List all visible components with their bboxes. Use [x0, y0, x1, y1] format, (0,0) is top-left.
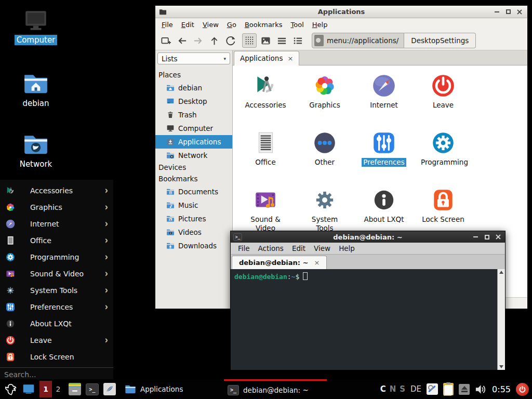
menu-item-label: Sound & Video: [30, 270, 84, 278]
path-segment-desktopsettings[interactable]: DesktopSettings: [404, 33, 476, 48]
terminal-tab[interactable]: debian@debian: ~ ×: [232, 256, 327, 269]
maximize-button[interactable]: [504, 8, 512, 16]
close-button[interactable]: [515, 8, 524, 16]
text-editor-launcher-icon[interactable]: [103, 383, 116, 395]
file-manager-launcher-icon[interactable]: [69, 383, 81, 395]
tab-applications[interactable]: Applications ×: [234, 51, 299, 65]
menu-item-internet[interactable]: Internet ›: [0, 216, 113, 232]
sidebar-item-pictures[interactable]: Pictures: [155, 212, 232, 225]
menu-help[interactable]: Help: [308, 19, 332, 30]
menu-file[interactable]: File: [234, 243, 254, 254]
menu-item-leave[interactable]: Leave ›: [0, 332, 113, 349]
detailed-view-button[interactable]: [290, 33, 305, 48]
desktop-icon-debian[interactable]: debian: [11, 71, 61, 109]
menu-go[interactable]: Go: [223, 19, 241, 30]
keyboard-indicator[interactable]: C N S: [380, 384, 405, 394]
compact-view-button[interactable]: [274, 33, 289, 48]
icon-view-button[interactable]: [242, 33, 257, 48]
scroll-down-icon[interactable]: [499, 365, 503, 368]
pager-desktop-1[interactable]: 1: [39, 381, 52, 397]
clock[interactable]: 0:55: [492, 384, 511, 394]
menu-item-preferences[interactable]: Preferences ›: [0, 299, 113, 315]
sidebar-item-desktop[interactable]: Desktop: [155, 95, 232, 108]
sidebar-item-documents[interactable]: Documents: [155, 185, 232, 198]
menu-actions[interactable]: Actions: [254, 243, 288, 254]
sidebar-item-downloads[interactable]: Downloads: [155, 239, 232, 252]
app-item-other[interactable]: Other: [295, 127, 354, 184]
close-button[interactable]: [494, 233, 502, 241]
path-segment-current[interactable]: menu://applications/: [312, 33, 404, 48]
app-item-preferences[interactable]: Preferences: [354, 127, 414, 184]
app-item-accessories[interactable]: Accessories: [236, 70, 295, 127]
sidebar-item-videos[interactable]: Videos: [155, 225, 232, 239]
menu-view[interactable]: View: [310, 243, 335, 254]
menu-item-programming[interactable]: Programming ›: [0, 249, 113, 265]
sidebar-item-debian[interactable]: debian: [155, 81, 232, 95]
sidebar-item-trash[interactable]: Trash: [155, 108, 232, 122]
eject-tray-icon[interactable]: [459, 384, 470, 395]
menu-item-graphics[interactable]: Graphics ›: [0, 199, 113, 216]
menu-file[interactable]: File: [157, 19, 177, 30]
tab-close-icon[interactable]: ×: [287, 55, 293, 62]
thumbnail-view-button[interactable]: [258, 33, 273, 48]
show-desktop-button[interactable]: [20, 379, 37, 399]
volume-icon[interactable]: [475, 383, 487, 395]
power-button[interactable]: [516, 383, 529, 396]
sidebar-item-computer[interactable]: Computer: [155, 122, 232, 135]
app-item-graphics[interactable]: Graphics: [295, 70, 354, 127]
app-item-label: About LXQt: [363, 215, 406, 224]
prompt-separator: :: [287, 273, 291, 281]
scroll-up-icon[interactable]: [499, 271, 503, 274]
start-menu-button[interactable]: [2, 379, 20, 399]
num-indicator: N: [390, 384, 396, 394]
terminal-titlebar[interactable]: >_ debian@debian: ~: [231, 231, 505, 243]
menu-item-label: Office: [30, 236, 51, 245]
menu-item-sound-video[interactable]: Sound & Video ›: [0, 265, 113, 282]
app-item-programming[interactable]: Programming: [414, 127, 473, 184]
minimize-button[interactable]: [493, 8, 501, 16]
maximize-button[interactable]: [483, 233, 491, 241]
forward-button[interactable]: [191, 33, 205, 48]
desktop-icon-computer[interactable]: Computer: [11, 7, 61, 45]
app-item-internet[interactable]: Internet: [354, 70, 414, 127]
menu-bookmarks[interactable]: Bookmarks: [241, 19, 287, 30]
terminal-scrollbar[interactable]: [497, 269, 505, 370]
menu-tool[interactable]: Tool: [287, 19, 308, 30]
menu-help[interactable]: Help: [335, 243, 359, 254]
task-button-applications[interactable]: Applications: [121, 379, 224, 399]
menu-item-lock-screen[interactable]: Lock Screen: [0, 349, 113, 365]
back-button[interactable]: [175, 33, 189, 48]
sidebar-item-music[interactable]: Music: [155, 198, 232, 212]
sidebar-mode-combobox[interactable]: Lists ▾: [157, 52, 230, 64]
menu-item-system-tools[interactable]: System Tools ›: [0, 282, 113, 299]
screenshot-tray-icon[interactable]: [427, 383, 438, 395]
terminal-launcher-icon[interactable]: >_: [86, 383, 99, 395]
power-icon: [518, 385, 527, 394]
home-folder-icon: [23, 71, 49, 97]
sidebar-item-applications[interactable]: Applications: [155, 135, 232, 149]
task-button-terminal[interactable]: >_ debian@debian: ~: [224, 379, 327, 399]
menu-item-accessories[interactable]: Accessories ›: [0, 182, 113, 199]
minimize-button[interactable]: [471, 233, 480, 241]
keyboard-layout[interactable]: DE: [410, 384, 421, 394]
tab-close-icon[interactable]: ×: [314, 259, 320, 267]
menu-item-about-lxqt[interactable]: About LXQt: [0, 315, 113, 332]
up-button[interactable]: [207, 33, 221, 48]
pictures-folder-icon: [166, 215, 175, 223]
fm-titlebar[interactable]: Applications: [155, 6, 527, 18]
menu-view[interactable]: View: [198, 19, 223, 30]
sidebar-item-label: Videos: [178, 228, 202, 236]
new-window-button[interactable]: [158, 33, 173, 48]
reload-button[interactable]: [223, 33, 237, 48]
pager-desktop-2[interactable]: 2: [52, 382, 64, 396]
desktop-icon-network[interactable]: Network: [11, 131, 61, 169]
sidebar-item-label: Computer: [178, 124, 213, 132]
terminal-screen[interactable]: debian@debian:~$: [231, 269, 505, 370]
menu-edit[interactable]: Edit: [288, 243, 310, 254]
clipboard-tray-icon[interactable]: [443, 383, 454, 395]
app-item-office[interactable]: Office: [236, 127, 295, 184]
app-item-leave[interactable]: Leave: [414, 70, 473, 127]
sidebar-item-network[interactable]: Network: [155, 149, 232, 162]
menu-item-office[interactable]: Office ›: [0, 232, 113, 249]
menu-edit[interactable]: Edit: [177, 19, 198, 30]
